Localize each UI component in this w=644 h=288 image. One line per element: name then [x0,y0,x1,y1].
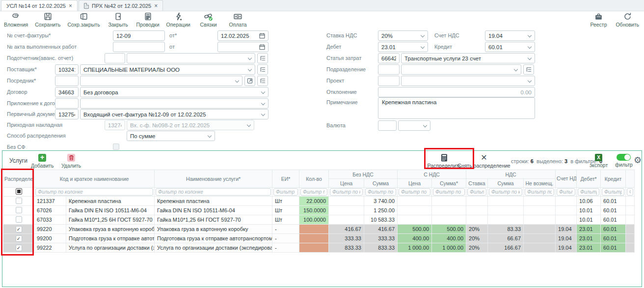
cell-qty[interactable] [299,225,329,234]
col-header-credit[interactable]: Кредит [601,170,626,188]
department-code-input[interactable] [378,64,400,75]
delete-row-button[interactable]: Удалить [61,154,81,169]
cell-service_name[interactable]: Подготовка груза к отправке автотранспор… [155,234,272,243]
table-row[interactable]: 67026Гайка DIN EN ISO 10511-M6-04Гайка D… [3,206,635,215]
cell-short_name[interactable]: Подготовка груза к отправке автотранспо.… [66,234,155,243]
cell-sum_net[interactable]: 10 583.33 [364,215,398,225]
cell-credit[interactable]: 60.01 [601,234,626,243]
table-row[interactable]: ✓99222Услуга по организации доставки (эк… [3,243,635,253]
cell-vat_sum[interactable]: 83.33 [488,225,524,234]
cell-unit[interactable]: Шт [272,215,299,225]
cell-extra[interactable] [626,215,635,225]
cell-vat_sum[interactable] [488,197,524,206]
distribute-button[interactable]: Распределить [428,154,461,169]
cell-extra[interactable] [626,225,635,234]
cell-sum_gross[interactable]: 1 000.00 [432,243,466,253]
row-checkbox[interactable]: ✓ [16,245,22,251]
cell-vat_account[interactable]: 19.04 [556,243,577,253]
cell-code[interactable]: 67033 [34,215,66,225]
cell-check[interactable] [3,206,34,215]
cost-item-code-input[interactable] [378,53,400,63]
column-filter-input[interactable] [433,188,465,196]
cell-vat_sum[interactable] [488,215,524,225]
column-filter-input[interactable] [602,188,624,196]
cell-vat_account[interactable]: 19.04 [556,234,577,243]
cell-extra[interactable] [626,234,635,243]
column-filter-input[interactable] [557,188,575,196]
cell-rate[interactable] [466,215,488,225]
column-filter-input[interactable] [365,188,396,196]
department-tree-button[interactable] [523,64,534,75]
cell-service_name[interactable]: Гайка M10*1,25 6Н ГОСТ 5927-70 [155,215,272,225]
col-header-debit[interactable]: Дебет* [577,170,601,188]
cell-code[interactable]: 99200 [34,234,66,243]
column-filter-input[interactable] [489,188,522,196]
note-textarea[interactable]: Крепежная пластина [378,97,535,119]
project-code-input[interactable] [378,76,400,86]
links-button[interactable]: Связки [197,12,220,28]
cell-vat_account[interactable]: 19.04 [556,225,577,234]
tab-usl-document[interactable]: УСЛ №14 от 12.02.2025 × [1,0,78,11]
cell-debit[interactable]: 23.01 [577,225,601,234]
cell-qty[interactable] [299,243,329,253]
cell-qty[interactable] [299,234,329,243]
cost-item-select[interactable]: Транспортные услуги 23 счет [401,53,535,63]
sub-header-2-0[interactable]: Ставка [466,179,488,188]
distribution-method-select[interactable]: По сумме [127,131,215,141]
tab-close-icon[interactable]: × [69,3,72,9]
cell-price_gross[interactable] [398,215,432,225]
cell-sum_gross[interactable] [432,215,466,225]
cell-short_name[interactable]: Упаковка груза в картонную коробку [66,225,155,234]
cell-sum_net[interactable]: 416.67 [364,225,398,234]
cell-debit[interactable]: 23.01 [577,243,601,253]
row-checkbox[interactable] [16,198,22,204]
cell-vat_sum[interactable]: 66.67 [488,234,524,243]
group-header-vat[interactable]: НДС [466,170,556,179]
sub-header-2-2[interactable]: Не возмещ. [524,179,556,188]
cell-code[interactable]: 99222 [34,243,66,253]
attachments-button[interactable]: Вложения [4,12,28,28]
cell-extra[interactable] [626,206,635,215]
refresh-button[interactable]: Обновить [616,12,639,28]
cell-short_name[interactable]: Гайка M10*1,25 6Н ГОСТ 5927-70 [66,215,155,225]
cell-price_net[interactable] [329,197,364,206]
cell-unit[interactable]: Шт [272,197,299,206]
toggle-on-icon[interactable] [617,154,631,161]
export-button[interactable]: X экспорт [590,154,608,168]
undistribute-button[interactable]: ✕ Снять распределение [463,154,505,169]
cell-non_refund[interactable] [524,234,556,243]
column-filter-input[interactable] [467,188,486,196]
cell-price_gross[interactable]: 400.00 [398,234,432,243]
operations-button[interactable]: Операции [166,12,190,28]
vat-rate-select[interactable]: 20% [378,30,428,41]
cell-price_net[interactable]: 333.33 [329,234,364,243]
cell-sum_gross[interactable]: 400.00 [432,234,466,243]
cell-short_name[interactable]: Крепежная пластина [66,197,155,206]
cell-credit[interactable]: 60.01 [601,215,626,225]
col-header-extra[interactable] [626,170,635,188]
cell-price_gross[interactable] [398,206,432,215]
col-header-vat-account[interactable]: Счет НДС [556,170,577,188]
department-select[interactable] [401,64,521,75]
close-button[interactable]: Закрыть [107,12,130,28]
cell-extra[interactable] [626,243,635,253]
column-filter-input[interactable] [525,188,554,196]
cell-service_name[interactable]: Упаковка груза в картонную коробку [155,225,272,234]
column-filter-input[interactable] [578,188,599,196]
cell-price_net[interactable] [329,215,364,225]
group-header-net[interactable]: Без НДС [329,170,398,179]
col-header-unit[interactable]: ЕИ* [272,170,299,188]
filter-toggle[interactable]: фильтр [615,154,633,168]
row-checkbox[interactable] [16,207,22,213]
currency-select[interactable] [398,120,430,131]
cell-sum_gross[interactable] [432,206,466,215]
cell-sum_gross[interactable]: 500.00 [432,225,466,234]
row-checkbox[interactable]: ✓ [16,235,22,242]
cell-unit[interactable]: Шт [272,206,299,215]
cell-service_name[interactable]: Крепежная пластина [155,197,272,206]
cell-sum_net[interactable]: 333.33 [364,234,398,243]
cell-rate[interactable]: 20% [466,243,488,253]
save-close-button[interactable]: Сохр.закрыть [67,12,100,28]
tab-close-icon[interactable]: × [154,3,158,9]
gear-icon[interactable]: ⚙ [634,156,642,165]
